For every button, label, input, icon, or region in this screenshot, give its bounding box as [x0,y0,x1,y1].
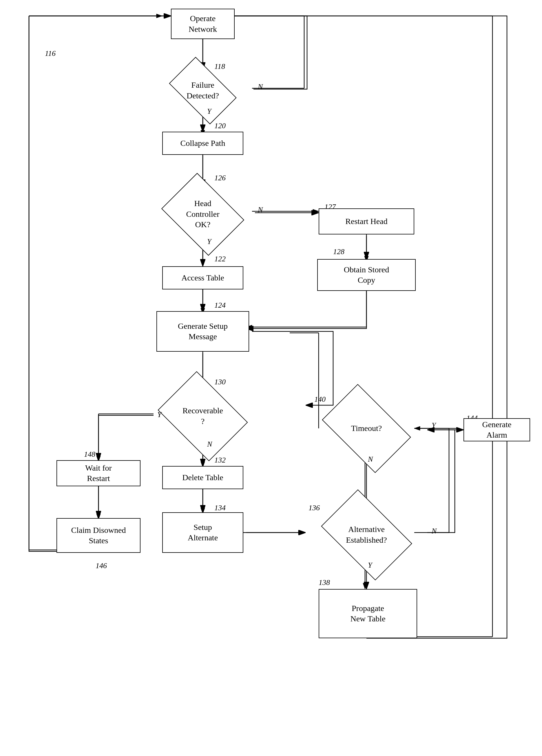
ref-128: 128 [333,247,345,256]
ref-116: 116 [45,49,56,58]
delete-table-node: Delete Table [162,466,243,489]
ref-132: 132 [214,456,226,465]
wait-restart-node: Wait forRestart [56,460,140,486]
claim-disowned-label: Claim DisownedStates [71,525,126,546]
head-controller-n: N [258,205,263,214]
failure-y-label: Y [207,107,211,116]
alt-established-label: AlternativeEstablished? [346,524,387,545]
svg-marker-48 [156,14,162,18]
failure-detected-label: FailureDetected? [186,80,219,101]
ref-134: 134 [214,504,226,512]
ref-126: 126 [214,174,226,182]
wait-restart-label: Wait forRestart [85,463,112,484]
timeout-node: Timeout? [306,402,427,454]
ref-124: 124 [214,301,226,310]
propagate-new-label: PropagateNew Table [350,603,385,624]
generate-setup-node: Generate SetupMessage [156,311,249,352]
access-table-node: Access Table [162,266,243,289]
ref-146: 146 [96,562,107,570]
alt-established-node: AlternativeEstablished? [306,508,427,562]
recoverable-label: Recoverable? [182,405,223,427]
collapse-path-node: Collapse Path [162,132,243,155]
obtain-stored-label: Obtain StoredCopy [344,265,389,286]
recoverable-n: N [207,440,212,449]
recoverable-node: Recoverable? [148,389,258,443]
svg-marker-35 [363,583,367,589]
ref-148: 148 [84,450,95,459]
timeout-n: N [368,455,373,464]
obtain-stored-node: Obtain StoredCopy [317,259,416,291]
operate-network-node: OperateNetwork [171,9,235,39]
timeout-y: Y [432,421,436,430]
svg-marker-31 [299,531,304,535]
recoverable-y: Y [157,410,161,419]
alt-established-y: Y [368,561,372,570]
head-controller-label: HeadControllerOK? [186,198,219,230]
generate-alarm-node: GenerateAlarm [464,418,530,441]
main-arrows [0,0,542,756]
setup-alternate-label: SetupAlternate [188,522,218,543]
ref-130: 130 [214,378,226,386]
restart-head-label: Restart Head [345,216,387,227]
ref-122: 122 [214,255,226,263]
head-controller-node: HeadControllerOK? [153,187,252,242]
arrows-svg [0,0,542,756]
restart-head-node: Restart Head [319,208,414,234]
alt-established-n: N [432,527,437,535]
delete-table-label: Delete Table [182,472,223,483]
claim-disowned-node: Claim DisownedStates [56,518,140,553]
generate-setup-label: Generate SetupMessage [178,321,228,342]
failure-n-label: N [258,82,263,91]
operate-network-label: OperateNetwork [188,13,217,34]
flowchart: OperateNetwork 116 118 FailureDetected? … [0,0,542,756]
svg-marker-11 [313,209,319,213]
svg-marker-15 [201,260,205,266]
access-table-label: Access Table [181,273,224,283]
ref-120: 120 [214,122,226,130]
timeout-label: Timeout? [351,423,382,434]
ref-138: 138 [319,578,330,587]
failure-detected-node: FailureDetected? [162,69,243,111]
propagate-new-node: PropagateNew Table [319,589,417,638]
head-controller-y: Y [207,237,211,246]
setup-alternate-node: SetupAlternate [162,512,243,553]
collapse-path-label: Collapse Path [180,138,225,148]
generate-alarm-label: GenerateAlarm [482,419,511,441]
